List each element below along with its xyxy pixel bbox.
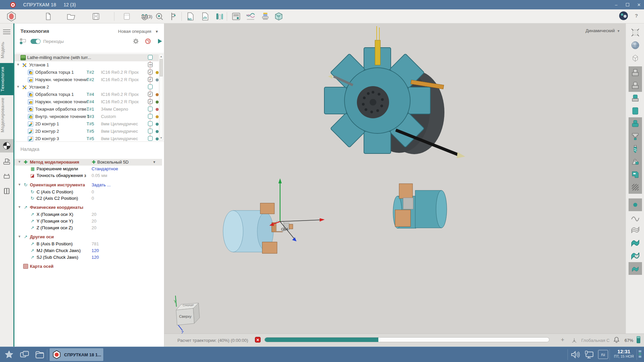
report-document-icon[interactable] bbox=[200, 11, 211, 22]
magnet-snap-icon[interactable] bbox=[139, 11, 150, 22]
tree-row-operation[interactable]: Токарная обработка отве... T#1 34мм Свер… bbox=[14, 106, 159, 113]
stock-gray-2-icon[interactable] bbox=[629, 79, 642, 92]
hatch-section-icon[interactable] bbox=[629, 181, 642, 194]
param-axis-x[interactable]: ↗ X (Позиция оси X) 20 bbox=[14, 211, 162, 218]
param-sub-chuck-jaws[interactable]: ↗ SJ (Sub Chuck Jaws) 120 bbox=[14, 254, 162, 261]
fit-view-icon[interactable] bbox=[629, 26, 642, 39]
operation-checkbox[interactable]: ✓ bbox=[148, 92, 153, 97]
scroll-down-icon[interactable]: ▼ bbox=[159, 136, 163, 140]
view-cube[interactable]: Спереди Сверху bbox=[175, 296, 200, 330]
param-model-resolution[interactable]: ▦ Разрешение модели Стандартное bbox=[14, 166, 162, 172]
part-teal-2-icon[interactable] bbox=[629, 130, 642, 143]
file-manager-icon[interactable] bbox=[35, 350, 45, 360]
tree-row-operation[interactable]: Внутр. черновое точение 1 T#3 Custom bbox=[14, 113, 159, 120]
param-value[interactable]: Стандартное bbox=[92, 166, 118, 171]
printer-3d-icon[interactable] bbox=[260, 11, 271, 22]
stock-gray-1-icon[interactable] bbox=[629, 66, 642, 79]
graph-curves-icon[interactable] bbox=[245, 11, 256, 22]
machine-fixture-button[interactable] bbox=[0, 155, 13, 168]
tools-library-icon[interactable] bbox=[214, 11, 225, 22]
operation-checkbox[interactable] bbox=[148, 114, 153, 119]
gcode-document-icon[interactable]: N1 bbox=[185, 11, 196, 22]
surface-teal-icon[interactable] bbox=[629, 237, 642, 249]
wireframe-box-icon[interactable] bbox=[629, 52, 642, 64]
document-count-icon[interactable] bbox=[121, 11, 132, 22]
open-folder-button[interactable] bbox=[66, 11, 76, 22]
chevron-icon[interactable]: ▼ bbox=[18, 235, 21, 238]
param-value[interactable]: 120 bbox=[92, 248, 99, 253]
coordinate-system-label[interactable]: Глобальная С bbox=[581, 338, 609, 343]
scrollbar-thumb[interactable] bbox=[160, 59, 163, 76]
settings-gear-icon[interactable] bbox=[132, 38, 139, 45]
zoom-level-label[interactable]: 67% bbox=[625, 338, 633, 343]
operations-flow-icon[interactable] bbox=[20, 38, 26, 44]
mesh-surface-icon[interactable] bbox=[629, 224, 642, 237]
surface-teal-gray-icon[interactable] bbox=[629, 249, 642, 262]
new-document-button[interactable] bbox=[43, 11, 54, 22]
param-main-chuck-jaws[interactable]: ↗ MJ (Main Chuck Jaws) 120 bbox=[14, 247, 162, 254]
tree-row-machine[interactable]: Lathe-milling machine (with turr... bbox=[14, 54, 159, 61]
minimize-button[interactable]: – bbox=[614, 2, 619, 7]
param-axis-c2[interactable]: ↻ C2 (Axis C2 Position) 0 bbox=[14, 195, 162, 202]
maximize-button[interactable] bbox=[626, 3, 629, 6]
tree-row-operation[interactable]: 2D контур 1 T#5 8мм Цилиндричес bbox=[14, 120, 159, 128]
tree-row-operation[interactable]: 2D контур 2 T#5 8мм Цилиндричес bbox=[14, 128, 159, 135]
volume-icon[interactable] bbox=[570, 350, 580, 360]
operation-checkbox[interactable]: ✓ bbox=[148, 70, 153, 74]
operation-checkbox[interactable] bbox=[148, 136, 153, 141]
clock[interactable]: 12:31 ПТ, 15 НОЯ bbox=[611, 349, 637, 358]
axes-map-link[interactable]: Карта осей bbox=[14, 263, 162, 270]
menu-hamburger-icon[interactable] bbox=[3, 29, 10, 34]
expander-icon[interactable]: ▼ bbox=[16, 63, 20, 66]
param-axis-y[interactable]: ↗ Y (Позиция оси Y) 20 bbox=[14, 218, 162, 225]
tool-holder-icon[interactable] bbox=[629, 156, 642, 168]
tree-row-operation[interactable]: Наружн. черновое точени... T#4 IC16 Re0.… bbox=[14, 98, 159, 106]
workpiece-cg-button[interactable] bbox=[0, 139, 13, 153]
tab-model[interactable]: Модель bbox=[0, 37, 13, 63]
workpiece-solid-icon[interactable] bbox=[629, 105, 642, 117]
param-modeling-method[interactable]: ▼ ✚ Метод моделирования ✚Воксельный 5D ▼ bbox=[14, 159, 162, 166]
shaded-sphere-icon[interactable] bbox=[629, 39, 642, 52]
operation-checkbox[interactable]: ✓ bbox=[148, 99, 153, 104]
tree-row-setup1[interactable]: ▼ Установ 1 ≡≡ bbox=[14, 61, 159, 69]
param-axis-z[interactable]: ↗ Z (Позиция оси Z) 20 bbox=[14, 225, 162, 231]
tool-drill-icon[interactable] bbox=[629, 143, 642, 156]
setup-notes-icon[interactable]: ≡≡ bbox=[148, 62, 153, 67]
measure-tape-icon[interactable] bbox=[154, 11, 165, 22]
run-simulation-icon[interactable] bbox=[157, 38, 163, 45]
new-operation-dropdown[interactable]: Новая операция bbox=[118, 29, 151, 34]
windows-switcher-icon[interactable] bbox=[19, 350, 30, 360]
group-physical-coords[interactable]: ▼ ↗ Физические координаты bbox=[14, 204, 162, 211]
tab-technology[interactable]: Технология bbox=[0, 63, 13, 95]
workpiece-cylinder-icon[interactable] bbox=[629, 92, 642, 105]
caliper-icon[interactable] bbox=[168, 11, 179, 22]
user-avatar[interactable] bbox=[619, 11, 628, 20]
machine-head-icon[interactable] bbox=[629, 168, 642, 181]
taskbar-app-sprutcam[interactable]: СПРУТКАМ 18 1... bbox=[50, 348, 103, 361]
param-detection-accuracy[interactable]: ◪ Точность обнаружения зар 0.05 мм bbox=[14, 172, 162, 179]
chevron-icon[interactable]: ▼ bbox=[18, 160, 21, 164]
tab-modeling[interactable]: Моделирование bbox=[0, 95, 13, 135]
chevron-icon[interactable]: ▼ bbox=[18, 205, 21, 209]
stop-calculation-button[interactable]: ✕ bbox=[255, 337, 261, 343]
operation-checkbox[interactable] bbox=[148, 107, 153, 111]
setup-checkbox[interactable] bbox=[148, 84, 153, 89]
tree-row-operation[interactable]: Обработка торца 1 T#4 IC16 Re0.2 R Прох … bbox=[14, 91, 159, 98]
param-axis-b[interactable]: ↗ B (Axis B Position) 781 bbox=[14, 241, 162, 247]
part-teal-1-icon[interactable] bbox=[629, 117, 642, 130]
point-icon[interactable] bbox=[629, 198, 642, 211]
collision-check-icon[interactable] bbox=[145, 38, 151, 45]
control-panel-icon[interactable] bbox=[231, 11, 241, 22]
panel-widget[interactable] bbox=[639, 350, 641, 359]
machine-checkbox[interactable] bbox=[148, 55, 153, 60]
save-button[interactable] bbox=[91, 11, 101, 22]
tree-row-setup2[interactable]: ▼ Установ 2 bbox=[14, 83, 159, 91]
scroll-up-icon[interactable]: ▲ bbox=[159, 54, 163, 59]
view-mode-dropdown[interactable]: Динамический▼ bbox=[586, 28, 620, 33]
sprutcam-logo-icon[interactable] bbox=[6, 11, 17, 22]
add-cs-button[interactable]: + bbox=[561, 337, 565, 344]
tree-row-operation[interactable]: Обработка торца 1 T#2 IC16 Re0.2 R Прох … bbox=[14, 69, 159, 76]
simulation-cube-icon[interactable] bbox=[273, 11, 284, 22]
operation-checkbox[interactable]: ✓ bbox=[148, 77, 153, 82]
curve-icon[interactable] bbox=[629, 211, 642, 224]
